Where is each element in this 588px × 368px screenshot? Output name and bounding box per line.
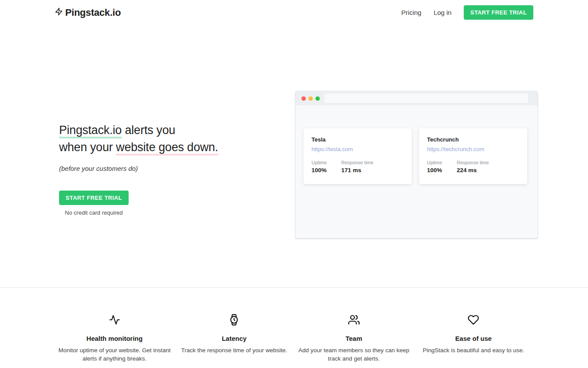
uptime-label: Uptime [312,160,341,165]
no-credit-card-note: No credit card required [65,209,122,216]
feature-ease-of-use: Ease of use PingStack is beautiful and e… [414,314,534,363]
header-start-trial-button[interactable]: START FREE TRIAL [464,5,533,20]
zap-icon [55,7,63,18]
feature-title: Health monitoring [55,335,175,342]
response-time-value: 224 ms [457,167,489,173]
feature-title: Ease of use [414,335,534,342]
address-bar [324,94,528,103]
hero-subheading: (before your customers do) [59,165,218,172]
browser-titlebar [295,91,538,106]
feature-latency: Latency Track the response time of your … [175,314,294,363]
feature-health-monitoring: Health monitoring Monitor uptime of your… [55,314,175,363]
feature-title: Latency [175,335,294,342]
browser-mockup: Tesla https://tesla.com Uptime 100% Resp… [295,91,538,238]
hero-section: Pingstack.io alerts youwhen your website… [0,25,588,287]
close-dot-icon [301,96,306,101]
monitor-name: Techcrunch [427,136,519,143]
heart-icon [468,319,479,327]
minimize-dot-icon [308,96,313,101]
feature-description: PingStack is beautiful and easy to use. [416,346,531,354]
maximize-dot-icon [315,96,320,101]
feature-description: Track the response time of your website. [177,346,291,354]
activity-icon [109,319,120,327]
hero-line2-prefix: when your [59,141,116,154]
header-nav: Pricing Log in START FREE TRIAL [401,5,533,20]
users-icon [348,319,360,327]
uptime-label: Uptime [427,160,457,165]
feature-description: Monitor uptime of your website. Get inst… [57,346,172,363]
logo[interactable]: Pingstack.io [55,7,121,18]
monitor-name: Tesla [312,136,404,143]
hero-heading: Pingstack.io alerts youwhen your website… [59,122,218,156]
features-section: Health monitoring Monitor uptime of your… [0,287,588,368]
hero-brand-highlight: Pingstack.io [59,124,122,138]
hero-start-trial-button[interactable]: START FREE TRIAL [59,191,129,205]
monitor-cards: Tesla https://tesla.com Uptime 100% Resp… [304,128,527,184]
response-time-label: Response time [457,160,489,165]
monitor-card-techcrunch[interactable]: Techcrunch https://techcrunch.com Uptime… [419,128,527,184]
hero-down-highlight: website goes down. [116,141,218,156]
nav-link-pricing[interactable]: Pricing [401,9,421,16]
feature-team: Team Add your team members so they can k… [294,314,414,363]
uptime-value: 100% [427,167,457,173]
uptime-value: 100% [312,167,341,173]
nav-link-login[interactable]: Log in [434,9,452,16]
monitor-card-tesla[interactable]: Tesla https://tesla.com Uptime 100% Resp… [304,128,412,184]
hero-line1-rest: alerts you [122,124,175,137]
header: Pingstack.io Pricing Log in START FREE T… [0,0,588,25]
logo-text: Pingstack.io [65,7,121,18]
feature-title: Team [294,335,414,342]
feature-description: Add your team members so they can keep t… [297,346,411,363]
response-time-label: Response time [341,160,373,165]
monitor-url: https://tesla.com [312,146,404,152]
monitor-url: https://techcrunch.com [427,146,519,152]
response-time-value: 171 ms [341,167,373,173]
watch-icon [228,319,240,327]
